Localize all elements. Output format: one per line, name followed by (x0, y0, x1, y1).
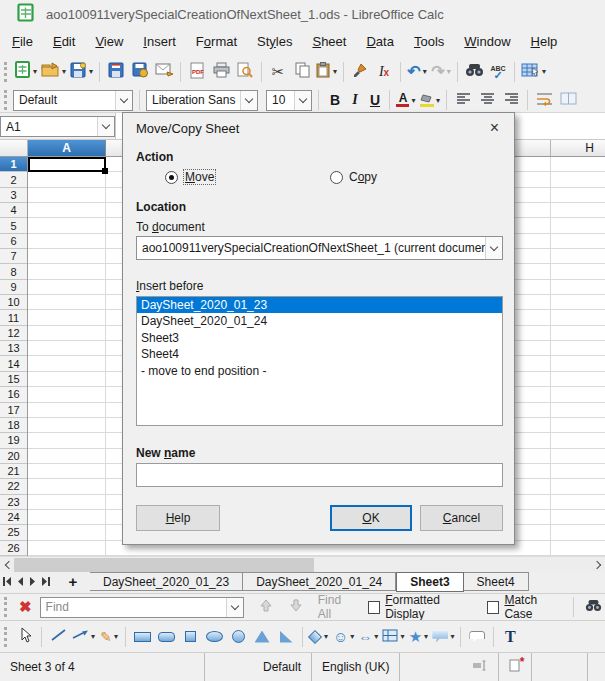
export-pdf-button[interactable]: PDF (185, 59, 209, 85)
sheet-tab-active[interactable]: Sheet3 (396, 572, 463, 592)
show-comments-button[interactable] (465, 624, 489, 650)
list-item[interactable]: - move to end position - (137, 363, 502, 379)
wrap-text-button[interactable] (532, 87, 556, 113)
copy-radio[interactable]: Copy (330, 170, 377, 184)
previous-sheet-button[interactable] (13, 572, 26, 591)
formatted-display-checkbox[interactable] (368, 601, 381, 614)
selected-cell-a1[interactable] (28, 157, 106, 172)
row-header[interactable]: 7 (0, 249, 27, 264)
dropdown-arrow-icon[interactable]: ▾ (450, 632, 454, 641)
select-button[interactable] (13, 624, 37, 650)
last-sheet-button[interactable] (39, 572, 52, 591)
underline-button[interactable]: U (365, 92, 385, 108)
dropdown-arrow-icon[interactable]: ▾ (447, 67, 451, 76)
find-input[interactable]: Find (40, 597, 244, 618)
row-header[interactable]: 1 (0, 157, 27, 172)
merge-cells-button[interactable] (556, 87, 580, 113)
list-item[interactable]: DaySheet_2020_01_24 (137, 313, 502, 329)
insert-before-list[interactable]: DaySheet_2020_01_23 DaySheet_2020_01_24 … (136, 296, 503, 426)
menu-styles[interactable]: Styles (247, 30, 302, 53)
menu-edit[interactable]: Edit (43, 30, 85, 53)
combo-dropdown-button[interactable] (226, 598, 243, 617)
font-color-button[interactable]: A▾ (394, 87, 418, 113)
dialog-titlebar[interactable]: Move/Copy Sheet × (123, 113, 514, 143)
column-header-h[interactable]: H (550, 140, 605, 156)
row-header[interactable]: 19 (0, 433, 27, 448)
paragraph-style-combo[interactable]: Default (13, 90, 133, 111)
dropdown-arrow-icon[interactable]: ▾ (33, 67, 37, 76)
menu-view[interactable]: View (85, 30, 133, 53)
bold-button[interactable]: B (325, 92, 345, 108)
insert-text-box-button[interactable]: T (498, 624, 522, 650)
stars-banners-button[interactable]: ★▾ (406, 624, 430, 650)
ok-button[interactable]: OK (330, 505, 412, 531)
sheet-tab[interactable]: DaySheet_2020_01_24 (243, 572, 396, 591)
row-header[interactable]: 3 (0, 188, 27, 203)
combo-dropdown-button[interactable] (294, 91, 311, 110)
find-previous-button[interactable] (254, 594, 278, 620)
next-sheet-button[interactable] (26, 572, 39, 591)
horizontal-scrollbar[interactable] (0, 556, 605, 572)
align-left-button[interactable] (451, 87, 475, 113)
to-document-combo[interactable]: aoo100911verySpecialCreationOfNextSheet_… (136, 236, 503, 260)
row-header[interactable]: 14 (0, 356, 27, 371)
row-header[interactable]: 9 (0, 280, 27, 295)
row-header[interactable]: 2 (0, 172, 27, 187)
font-size-combo[interactable]: 10 (266, 90, 312, 111)
select-all-corner[interactable] (0, 140, 28, 156)
row-header[interactable]: 12 (0, 326, 27, 341)
dropdown-arrow-icon[interactable]: ▾ (333, 67, 337, 76)
scroll-right-button[interactable] (591, 557, 605, 573)
dropdown-arrow-icon[interactable]: ▾ (400, 632, 404, 641)
combo-dropdown-button[interactable] (485, 237, 502, 259)
line-arrow-button[interactable]: ▾ (70, 624, 97, 650)
row-header[interactable]: 23 (0, 495, 27, 510)
menu-format[interactable]: Format (186, 30, 247, 53)
row-header[interactable]: 16 (0, 387, 27, 402)
print-preview-button[interactable] (233, 59, 257, 85)
dropdown-arrow-icon[interactable]: ▾ (374, 632, 378, 641)
column-header-a[interactable]: A (28, 140, 106, 156)
font-name-combo[interactable]: Liberation Sans (146, 90, 258, 111)
menu-file[interactable]: File (2, 30, 43, 53)
square-button[interactable] (178, 624, 202, 650)
match-case-checkbox[interactable] (487, 601, 500, 614)
ellipse-button[interactable] (202, 624, 226, 650)
align-right-button[interactable] (499, 87, 523, 113)
cancel-button[interactable]: Cancel (420, 505, 503, 531)
menu-sheet[interactable]: Sheet (302, 30, 356, 53)
row-header[interactable]: 10 (0, 295, 27, 310)
new-document-button[interactable]: ▾ (13, 59, 39, 85)
combo-dropdown-button[interactable] (97, 117, 114, 136)
scrollbar-thumb[interactable] (14, 558, 314, 572)
find-next-button[interactable] (284, 594, 308, 620)
find-all-button[interactable]: Find All (318, 593, 356, 621)
rectangle-button[interactable] (130, 624, 154, 650)
row-header[interactable]: 6 (0, 234, 27, 249)
row-header[interactable]: 22 (0, 479, 27, 494)
row-header[interactable]: 26 (0, 541, 27, 556)
export-button[interactable] (128, 59, 152, 85)
help-button[interactable]: Help (136, 505, 220, 531)
dropdown-arrow-icon[interactable]: ▾ (91, 632, 95, 641)
menu-data[interactable]: Data (356, 30, 403, 53)
fill-handle[interactable] (102, 168, 108, 174)
dropdown-arrow-icon[interactable]: ▾ (350, 632, 354, 641)
symbol-shapes-button[interactable]: ☺▾ (331, 624, 356, 650)
email-button[interactable] (152, 59, 176, 85)
save-as-button[interactable] (104, 59, 128, 85)
row-header[interactable]: 4 (0, 203, 27, 218)
row-header[interactable]: 11 (0, 310, 27, 325)
text-language[interactable]: English (UK) (312, 653, 400, 681)
dropdown-arrow-icon[interactable]: ▾ (542, 67, 546, 76)
highlight-color-button[interactable]: ▾ (418, 87, 442, 113)
undo-button[interactable]: ↶▾ (405, 59, 429, 85)
italic-button[interactable]: I (345, 92, 365, 108)
row-header[interactable]: 15 (0, 372, 27, 387)
menu-help[interactable]: Help (521, 30, 568, 53)
dropdown-arrow-icon[interactable]: ▾ (89, 67, 93, 76)
scroll-left-button[interactable] (0, 557, 14, 573)
block-arrows-button[interactable]: ⇔▾ (356, 624, 380, 650)
name-box[interactable]: A1 (0, 116, 115, 137)
find-and-replace-button[interactable] (581, 594, 605, 620)
